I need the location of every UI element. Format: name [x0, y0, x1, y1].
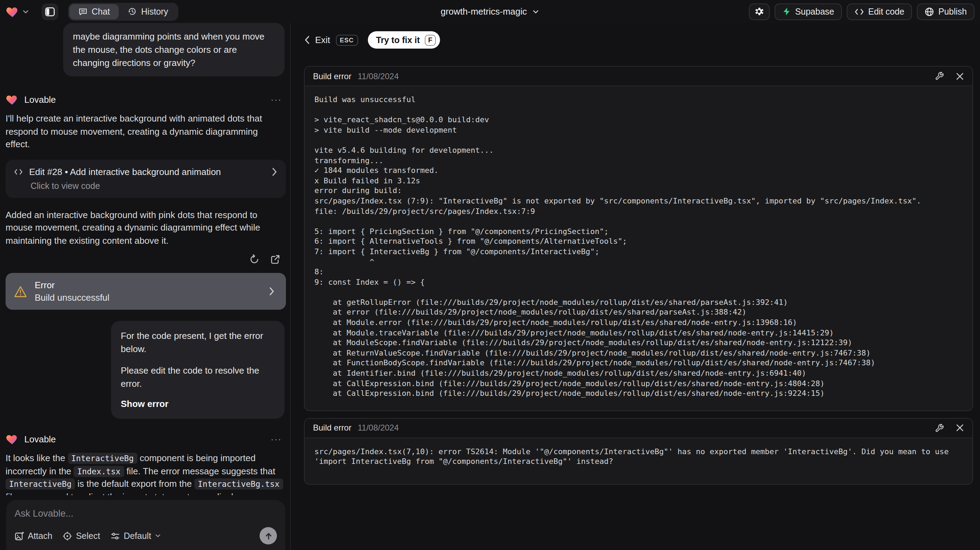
fix-wrench-icon[interactable] [935, 72, 944, 81]
project-title: growth-metrics-magic [441, 6, 527, 17]
panel-date: 11/08/2024 [358, 71, 399, 81]
tab-history[interactable]: History [119, 4, 177, 19]
close-icon[interactable] [956, 424, 964, 432]
attach-button[interactable]: Attach [14, 531, 52, 540]
publish-label: Publish [939, 6, 967, 16]
message-more-menu[interactable]: ··· [271, 434, 282, 445]
refresh-icon[interactable] [249, 254, 259, 265]
sliders-icon [110, 531, 120, 540]
chevron-right-icon [271, 167, 278, 176]
lovable-heart-icon [6, 93, 19, 106]
build-error-panel-1: Build error 11/08/2024 Build was unsucce… [304, 66, 973, 411]
main-area: maybe diagramming points and when you mo… [0, 23, 980, 550]
build-error-log[interactable]: src/pages/Index.tsx(7,10): error TS2614:… [305, 438, 972, 484]
supabase-icon [782, 7, 791, 16]
chevron-down-icon [532, 8, 539, 15]
chevron-right-icon [269, 287, 275, 296]
chat-composer[interactable]: Ask Lovable... Attach Select [6, 500, 285, 550]
toggle-sidebar-button[interactable] [41, 3, 58, 20]
send-button[interactable] [259, 527, 277, 544]
chevron-down-icon [155, 532, 161, 539]
panel-title: Build error [313, 423, 352, 433]
supabase-label: Supabase [795, 6, 834, 16]
open-external-icon[interactable] [270, 254, 280, 265]
build-error-log[interactable]: Build was unsuccessful > vite_react_shad… [305, 86, 972, 410]
gear-icon [754, 6, 764, 17]
error-card-subtitle: Build unsuccessful [35, 292, 109, 303]
build-error-panel-2-header: Build error 11/08/2024 [305, 419, 972, 438]
mode-dropdown[interactable]: Default [110, 531, 161, 540]
edit-code-label: Edit code [868, 6, 904, 16]
user-message-line: For the code present, I get the error be… [121, 329, 275, 356]
panel-title: Build error [313, 71, 352, 81]
lovable-heart-icon [6, 5, 19, 18]
user-message-line: Please edit the code to resolve the erro… [121, 364, 275, 390]
assistant-header: Lovable ··· [6, 93, 286, 106]
tab-history-label: History [141, 6, 168, 16]
publish-button[interactable]: Publish [917, 3, 974, 20]
message-actions [6, 254, 286, 265]
top-bar-right: Supabase Edit code Publish [749, 3, 974, 20]
fix-toolbar: Exit ESC Try to fix it F [304, 31, 973, 49]
chat-bubble-icon [78, 7, 88, 16]
composer-toolbar: Attach Select Default [14, 527, 277, 544]
edit-28-subtitle: Click to view code [30, 181, 278, 191]
tab-chat-label: Chat [92, 6, 110, 16]
panel-left-icon [45, 6, 55, 16]
try-to-fix-label: Try to fix it [376, 35, 420, 45]
build-error-card[interactable]: Error Build unsuccessful [6, 273, 286, 310]
edit-28-card[interactable]: Edit #28 • Add interactive background an… [6, 159, 286, 198]
top-bar-left: Chat History [6, 2, 179, 21]
attach-image-icon [14, 531, 24, 540]
settings-button[interactable] [749, 3, 769, 20]
lovable-heart-icon [6, 433, 19, 446]
composer-placeholder[interactable]: Ask Lovable... [14, 509, 277, 519]
exit-button[interactable]: Exit [315, 35, 330, 45]
build-error-panel-1-header: Build error 11/08/2024 [305, 67, 972, 86]
show-error-link[interactable]: Show error [121, 397, 275, 410]
select-button[interactable]: Select [63, 531, 100, 540]
edit-code-button[interactable]: Edit code [847, 3, 912, 20]
globe-icon [924, 6, 934, 16]
top-bar: Chat History growth-metrics-magic [0, 0, 980, 23]
assistant-name: Lovable [24, 434, 56, 445]
app-root: Chat History growth-metrics-magic [0, 0, 980, 550]
assistant-fix-text: It looks like the InteractiveBg componen… [6, 452, 286, 495]
warning-triangle-icon [14, 285, 27, 298]
attach-label: Attach [28, 531, 52, 540]
project-switcher[interactable]: growth-metrics-magic [441, 0, 539, 23]
esc-key-hint: ESC [336, 34, 358, 46]
message-more-menu[interactable]: ··· [271, 94, 282, 105]
mode-label: Default [124, 531, 151, 540]
chevron-down-icon [22, 8, 29, 15]
fix-wrench-icon[interactable] [935, 424, 944, 433]
assistant-name: Lovable [24, 94, 56, 105]
code-icon [14, 168, 23, 175]
select-target-icon [63, 531, 73, 540]
try-to-fix-button[interactable]: Try to fix it F [368, 31, 440, 49]
close-icon[interactable] [956, 72, 964, 80]
tab-chat[interactable]: Chat [69, 4, 119, 19]
history-icon [128, 7, 137, 16]
chevron-left-icon [304, 35, 310, 45]
arrow-up-icon [264, 532, 272, 540]
lovable-logo-menu[interactable] [6, 5, 29, 18]
select-label: Select [76, 531, 100, 540]
supabase-button[interactable]: Supabase [774, 3, 842, 20]
f-key-hint: F [425, 34, 436, 46]
panel-date: 11/08/2024 [358, 423, 399, 433]
chat-panel: maybe diagramming points and when you mo… [0, 23, 291, 550]
assistant-summary: Added an interactive background with pin… [6, 209, 286, 247]
error-workspace: Exit ESC Try to fix it F Build error 11/… [291, 23, 980, 550]
edit-28-title: Edit #28 • Add interactive background an… [29, 166, 221, 177]
assistant-header: Lovable ··· [6, 433, 286, 446]
user-message: maybe diagramming points and when you mo… [63, 23, 285, 77]
code-icon [854, 7, 864, 16]
chat-message-list[interactable]: maybe diagramming points and when you mo… [6, 23, 286, 495]
build-error-panel-2: Build error 11/08/2024 src/pages/Index.t… [304, 418, 973, 485]
error-card-title: Error [35, 280, 109, 290]
assistant-intro: I'll help create an interactive backgrou… [6, 113, 286, 151]
chat-history-segmented: Chat History [68, 2, 179, 21]
user-message: For the code present, I get the error be… [111, 321, 285, 419]
